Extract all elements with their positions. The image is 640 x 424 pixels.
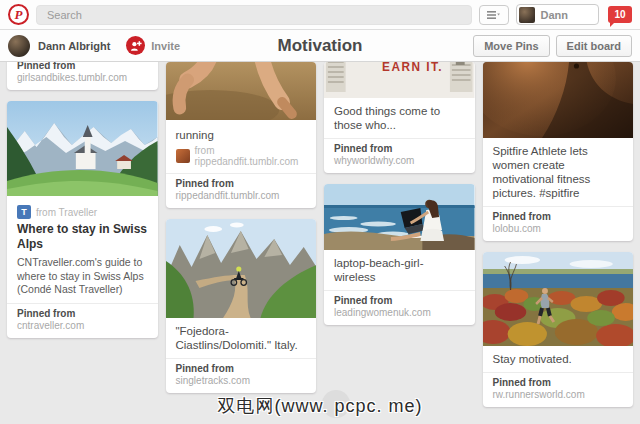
- pin-column-3: EARN IT. Good things come to those who..…: [324, 62, 475, 424]
- pin-image-fitness-torso[interactable]: [483, 62, 634, 138]
- user-profile-button[interactable]: Dann: [516, 4, 600, 25]
- pin-image-woman-laptop-beach[interactable]: [324, 184, 475, 250]
- invite-label[interactable]: Invite: [151, 40, 180, 52]
- source-avatar-icon: [176, 149, 190, 163]
- pin-card-girlsandbikes[interactable]: Pinned from girlsandbikes.tumblr.com: [7, 62, 158, 90]
- pin-source-domain[interactable]: singletracks.com: [176, 375, 307, 387]
- pin-title[interactable]: "Fojedora-Ciastlins/Dolomiti." Italy.: [176, 324, 307, 352]
- pinned-from-label: Pinned from: [17, 308, 148, 320]
- pin-card-swiss-alps[interactable]: T from Traveller Where to stay in Swiss …: [7, 101, 158, 338]
- pinned-from-label: Pinned from: [334, 143, 465, 155]
- pin-card-spitfire[interactable]: Spitfire Athlete lets women create motiv…: [483, 62, 634, 241]
- board-pins-grid: Pinned from girlsandbikes.tumblr.com: [0, 62, 640, 424]
- pin-body: "Fojedora-Ciastlins/Dolomiti." Italy.: [166, 318, 317, 358]
- attribution-text: from Traveller: [36, 207, 97, 218]
- move-pins-button[interactable]: Move Pins: [473, 35, 549, 57]
- pin-source-domain[interactable]: girlsandbikes.tumblr.com: [17, 72, 148, 84]
- autumn-runner-illustration: [483, 252, 634, 346]
- beach-illustration: [324, 184, 475, 250]
- pin-footer: Pinned from cntraveller.com: [7, 303, 158, 338]
- pinned-from-label: Pinned from: [493, 377, 624, 389]
- pin-footer: Pinned from singletracks.com: [166, 358, 317, 393]
- watermark: 双电网(www. pcpc. me): [0, 394, 640, 418]
- traveller-badge-icon: T: [17, 205, 31, 219]
- pin-source-domain[interactable]: cntraveller.com: [17, 320, 148, 332]
- pin-source-domain[interactable]: rippedandfit.tumblr.com: [176, 190, 307, 202]
- pin-body: laptop-beach-girl-wireless: [324, 250, 475, 290]
- pin-source-domain[interactable]: leadingwomenuk.com: [334, 307, 465, 319]
- board-actions: Move Pins Edit board: [473, 35, 632, 57]
- pin-column-2: running from rippedandfit.tumblr.com Pin…: [166, 62, 317, 424]
- swiss-alps-illustration: [7, 101, 158, 196]
- board-title: Motivation: [278, 36, 363, 56]
- pin-card-earn-it[interactable]: EARN IT. Good things come to those who..…: [324, 62, 475, 173]
- pin-image-dolomites-biker[interactable]: [166, 219, 317, 318]
- running-legs-illustration: [166, 62, 317, 120]
- pin-title[interactable]: running: [176, 128, 307, 142]
- pin-body: T from Traveller Where to stay in Swiss …: [7, 196, 158, 303]
- pin-image-running-legs[interactable]: [166, 62, 317, 120]
- board-header-bar: Dann Albright Invite Motivation Move Pin…: [0, 30, 640, 62]
- pin-footer: Pinned from girlsandbikes.tumblr.com: [7, 62, 158, 90]
- attribution-text: from rippedandfit.tumblr.com: [195, 145, 307, 167]
- person-plus-icon: [130, 40, 142, 52]
- user-avatar: [519, 7, 535, 23]
- pinned-from-label: Pinned from: [176, 363, 307, 375]
- pin-footer: Pinned from lolobu.com: [483, 206, 634, 241]
- notification-badge[interactable]: 10: [608, 6, 632, 23]
- pin-description: CNTraveller.com's guide to where to stay…: [17, 256, 148, 297]
- pin-title[interactable]: Spitfire Athlete lets women create motiv…: [493, 144, 624, 200]
- earn-it-illustration: EARN IT.: [324, 62, 475, 98]
- pin-column-4: Spitfire Athlete lets women create motiv…: [483, 62, 634, 424]
- pin-image-autumn-trail-runner[interactable]: [483, 252, 634, 346]
- pin-title[interactable]: Good things come to those who...: [334, 104, 465, 132]
- pin-column-1: Pinned from girlsandbikes.tumblr.com: [7, 62, 158, 424]
- search-input[interactable]: [36, 5, 472, 25]
- earn-it-text: EARN IT.: [382, 62, 443, 74]
- pin-card-stay-motivated[interactable]: Stay motivated. Pinned from rw.runnerswo…: [483, 252, 634, 407]
- pinterest-logo[interactable]: P: [8, 4, 29, 25]
- invite-button[interactable]: [126, 36, 145, 55]
- pin-title[interactable]: laptop-beach-girl-wireless: [334, 256, 465, 284]
- pin-card-dolomites[interactable]: "Fojedora-Ciastlins/Dolomiti." Italy. Pi…: [166, 219, 317, 393]
- board-owner-name[interactable]: Dann Albright: [38, 40, 110, 52]
- menu-button[interactable]: [479, 5, 509, 25]
- pin-title[interactable]: Where to stay in Swiss Alps: [17, 222, 148, 252]
- pin-image-earn-it-poster[interactable]: EARN IT.: [324, 62, 475, 98]
- dolomites-illustration: [166, 219, 317, 318]
- pin-footer: Pinned from rippedandfit.tumblr.com: [166, 173, 317, 208]
- pin-body: running from rippedandfit.tumblr.com: [166, 120, 317, 173]
- pinned-from-label: Pinned from: [334, 295, 465, 307]
- board-owner-avatar[interactable]: [8, 35, 30, 57]
- pin-body: Stay motivated.: [483, 346, 634, 372]
- hamburger-icon: [487, 10, 500, 20]
- attribution-row: from rippedandfit.tumblr.com: [176, 145, 307, 167]
- pin-image-swiss-alps-village[interactable]: [7, 101, 158, 196]
- pin-title[interactable]: Stay motivated.: [493, 352, 624, 366]
- pin-source-domain[interactable]: lolobu.com: [493, 223, 624, 235]
- user-name: Dann: [541, 9, 569, 21]
- pin-body: Good things come to those who...: [324, 98, 475, 138]
- pinned-from-label: Pinned from: [493, 211, 624, 223]
- attribution-row: T from Traveller: [17, 205, 148, 219]
- pinned-from-label: Pinned from: [17, 62, 148, 72]
- edit-board-button[interactable]: Edit board: [556, 35, 632, 57]
- pin-card-beach-laptop[interactable]: laptop-beach-girl-wireless Pinned from l…: [324, 184, 475, 325]
- pin-footer: Pinned from leadingwomenuk.com: [324, 290, 475, 325]
- top-navigation-bar: P Dann 10: [0, 0, 640, 30]
- pin-source-domain[interactable]: whyworldwhy.com: [334, 155, 465, 167]
- chevron-down-icon: [497, 13, 500, 15]
- pin-card-running[interactable]: running from rippedandfit.tumblr.com Pin…: [166, 62, 317, 208]
- torso-illustration: [483, 62, 634, 138]
- pin-body: Spitfire Athlete lets women create motiv…: [483, 138, 634, 206]
- pin-footer: Pinned from whyworldwhy.com: [324, 138, 475, 173]
- pinned-from-label: Pinned from: [176, 178, 307, 190]
